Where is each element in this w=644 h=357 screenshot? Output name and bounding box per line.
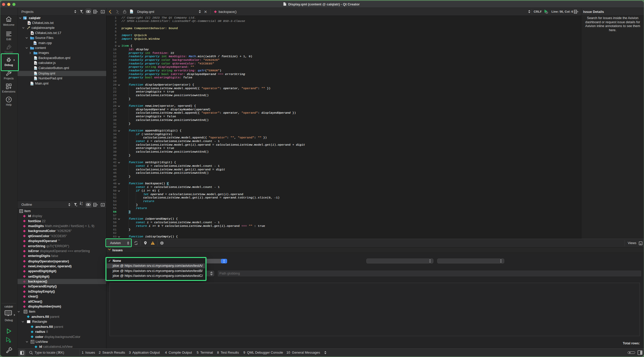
svg-text:C: C: [34, 43, 36, 44]
svg-text:Z: Z: [81, 204, 83, 205]
svg-text:qml: qml: [34, 68, 37, 70]
svg-text:qml: qml: [34, 58, 37, 60]
svg-text:qml: qml: [34, 73, 37, 75]
svg-text:qml: qml: [130, 11, 133, 13]
svg-text:?: ?: [8, 98, 10, 102]
svg-text:qml: qml: [31, 84, 34, 85]
svg-text:qml: qml: [34, 78, 37, 80]
svg-text:A: A: [81, 202, 83, 203]
svg-text:JS: JS: [35, 63, 37, 64]
